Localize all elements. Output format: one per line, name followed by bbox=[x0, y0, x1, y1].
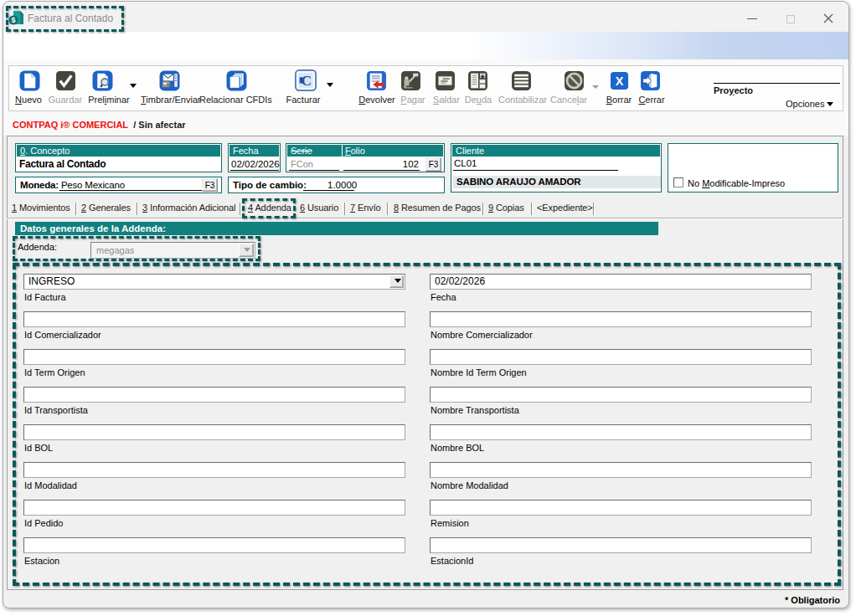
svg-text:X: X bbox=[616, 74, 624, 88]
